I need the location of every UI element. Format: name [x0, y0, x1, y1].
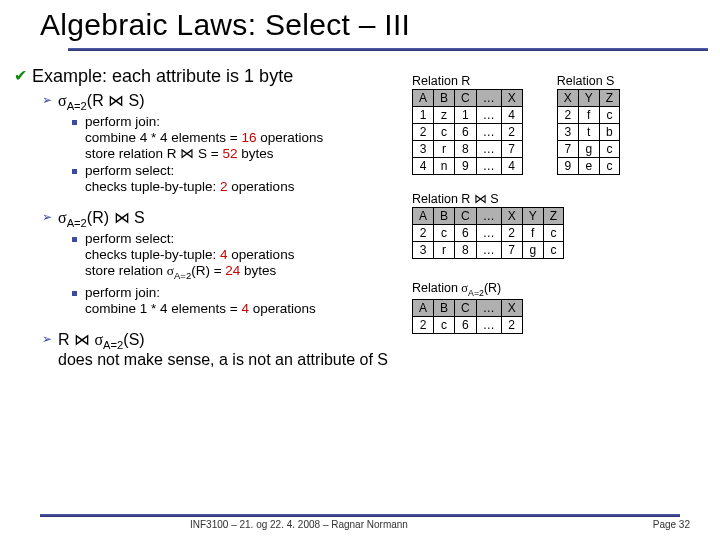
footer-divider — [40, 514, 680, 517]
bullet-text: perform select:checks tuple-by-tuple: 2 … — [85, 163, 294, 195]
square-bullet-icon — [72, 237, 77, 242]
footer-text: INF3100 – 21. og 22. 4. 2008 – Ragnar No… — [0, 519, 720, 530]
top-tables: Relation R ABC…X1z1…42c6…23r8…74n9…4 Rel… — [412, 70, 704, 175]
table-R-label: Relation R — [412, 74, 523, 88]
table-S: XYZ2fc3tb7gc9ec — [557, 89, 620, 175]
square-bullet-icon — [72, 291, 77, 296]
square-bullet-icon — [72, 169, 77, 174]
table-S-label: Relation S — [557, 74, 620, 88]
table-R: ABC…X1z1…42c6…23r8…74n9…4 — [412, 89, 523, 175]
expr3: R ⋈ σA=2(S)does not make sense, a is not… — [58, 330, 388, 369]
slide: Algebraic Laws: Select – III ✔ Example: … — [0, 0, 720, 540]
table-sigmaR-label: Relation σA=2(R) — [412, 281, 704, 298]
expr1: σA=2(R ⋈ S) — [58, 91, 145, 112]
example-heading: Example: each attribute is 1 byte — [32, 66, 293, 87]
footer-page: Page 32 — [653, 519, 690, 530]
tables-area: Relation R ABC…X1z1…42c6…23r8…74n9…4 Rel… — [412, 70, 704, 334]
check-icon: ✔ — [14, 66, 27, 86]
expr2: σA=2(R) ⋈ S — [58, 208, 145, 229]
bullet-text: perform select:checks tuple-by-tuple: 4 … — [85, 231, 294, 284]
square-bullet-icon — [72, 120, 77, 125]
arrow-icon: ➢ — [42, 91, 52, 109]
slide-title: Algebraic Laws: Select – III — [40, 8, 720, 42]
expr3-row: ➢ R ⋈ σA=2(S)does not make sense, a is n… — [42, 330, 714, 369]
footer: INF3100 – 21. og 22. 4. 2008 – Ragnar No… — [0, 514, 720, 530]
table-RS-label: Relation R ⋈ S — [412, 191, 704, 206]
bullet-text: perform join:combine 1 * 4 elements = 4 … — [85, 285, 316, 317]
arrow-icon: ➢ — [42, 208, 52, 226]
title-divider — [68, 48, 708, 51]
bullet-text: perform join:combine 4 * 4 elements = 16… — [85, 114, 323, 162]
table-sigmaR: ABC…X2c6…2 — [412, 299, 523, 334]
table-S-wrap: Relation S XYZ2fc3tb7gc9ec — [557, 70, 620, 175]
title-area: Algebraic Laws: Select – III — [0, 0, 720, 51]
table-R-wrap: Relation R ABC…X1z1…42c6…23r8…74n9…4 — [412, 70, 523, 175]
footer-center: INF3100 – 21. og 22. 4. 2008 – Ragnar No… — [190, 519, 408, 530]
table-RS: ABC…XYZ2c6…2fc3r8…7gc — [412, 207, 564, 259]
arrow-icon: ➢ — [42, 330, 52, 348]
